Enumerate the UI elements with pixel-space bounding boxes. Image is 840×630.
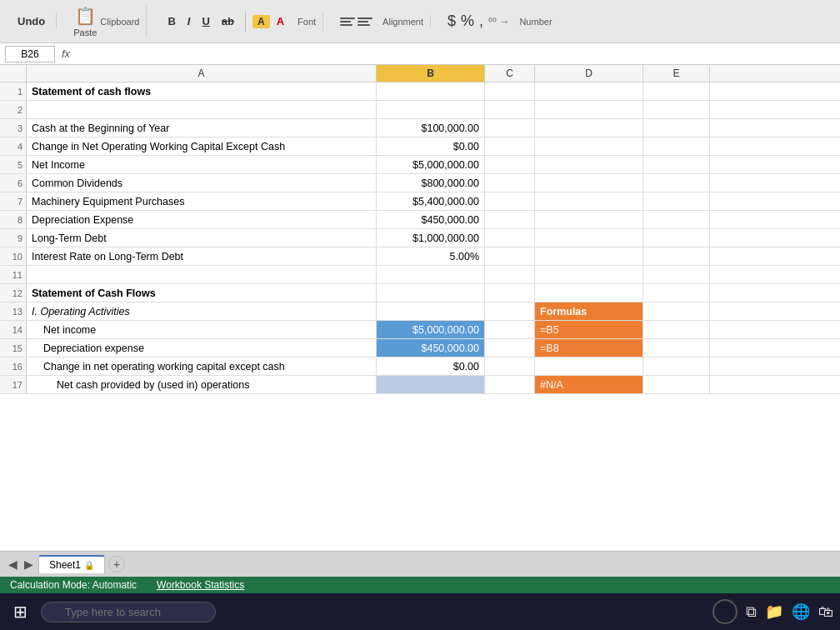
cell-e-15[interactable]	[643, 339, 710, 357]
bold-button[interactable]: B	[163, 13, 179, 29]
cell-b-2[interactable]	[377, 101, 485, 118]
sheet-nav-left[interactable]: ◀	[7, 558, 19, 571]
cell-a-8[interactable]: Depreciation Expense	[27, 211, 377, 228]
cell-c-15[interactable]	[485, 339, 535, 357]
cell-b-5[interactable]: $5,000,000.00	[377, 156, 485, 173]
undo-button[interactable]: Undo	[13, 13, 49, 29]
cell-e-9[interactable]	[643, 229, 710, 247]
dollar-sign[interactable]: $	[448, 12, 456, 30]
cell-a-4[interactable]: Change in Net Operating Working Capital …	[27, 138, 377, 155]
cell-d-1[interactable]	[535, 82, 643, 100]
comma-sign[interactable]: ,	[479, 12, 483, 30]
cell-d-8[interactable]	[535, 211, 643, 228]
cell-e-7[interactable]	[643, 192, 710, 210]
cell-a-10[interactable]: Interest Rate on Long-Term Debt	[27, 248, 377, 265]
cell-d-2[interactable]	[535, 101, 643, 118]
cell-c-12[interactable]	[485, 284, 535, 302]
cell-b-17[interactable]	[377, 376, 485, 393]
col-header-a[interactable]: A	[27, 65, 377, 82]
cell-c-10[interactable]	[485, 248, 535, 265]
cell-d-14[interactable]: =B5	[535, 321, 643, 338]
decimal-up[interactable]: ⁰⁰	[488, 16, 497, 28]
cell-a-13[interactable]: I. Operating Activities	[27, 302, 377, 320]
font-color-button[interactable]: A	[273, 13, 288, 29]
cell-d-10[interactable]	[535, 248, 643, 265]
cell-c-4[interactable]	[485, 138, 535, 155]
cell-d-7[interactable]	[535, 192, 643, 210]
paste-label[interactable]: Paste	[73, 28, 97, 38]
percent-sign[interactable]: %	[461, 12, 474, 30]
cell-a-3[interactable]: Cash at the Beginning of Year	[27, 119, 377, 137]
strikethrough-button[interactable]: ab	[218, 13, 238, 29]
cell-e-12[interactable]	[643, 284, 710, 302]
cell-e-2[interactable]	[643, 101, 710, 118]
sheet-tab-sheet1[interactable]: Sheet1 🔒	[38, 555, 105, 573]
cell-d-5[interactable]	[535, 156, 643, 173]
formula-input[interactable]	[77, 46, 835, 62]
cell-a-1[interactable]: Statement of cash flows	[27, 82, 377, 100]
task-view-icon[interactable]: ⧉	[746, 603, 757, 621]
highlight-button[interactable]: A	[252, 15, 270, 28]
cell-d-6[interactable]	[535, 174, 643, 192]
cell-a-5[interactable]: Net Income	[27, 156, 377, 173]
cell-b-14[interactable]: $5,000,000.00	[377, 321, 485, 338]
cell-c-9[interactable]	[485, 229, 535, 247]
cell-c-17[interactable]	[485, 376, 535, 393]
cell-a-16[interactable]: Change in net operating working capital …	[27, 358, 377, 375]
cell-a-15[interactable]: Depreciation expense	[27, 339, 377, 357]
cell-e-4[interactable]	[643, 138, 710, 155]
cell-b-12[interactable]	[377, 284, 485, 302]
col-header-d[interactable]: D	[535, 65, 643, 82]
folder-icon[interactable]: 📁	[765, 602, 783, 621]
workbook-stats-label[interactable]: Workbook Statistics	[157, 579, 244, 591]
col-header-e[interactable]: E	[643, 65, 710, 82]
cell-a-6[interactable]: Common Dividends	[27, 174, 377, 192]
cell-c-1[interactable]	[485, 82, 535, 100]
cell-b-7[interactable]: $5,400,000.00	[377, 192, 485, 210]
cell-b-6[interactable]: $800,000.00	[377, 174, 485, 192]
cell-e-6[interactable]	[643, 174, 710, 192]
cell-a-2[interactable]	[27, 101, 377, 118]
cell-b-9[interactable]: $1,000,000.00	[377, 229, 485, 247]
cell-e-14[interactable]	[643, 321, 710, 338]
cell-a-11[interactable]	[27, 266, 377, 283]
cell-d-9[interactable]	[535, 229, 643, 247]
cell-b-16[interactable]: $0.00	[377, 358, 485, 375]
cell-c-5[interactable]	[485, 156, 535, 173]
decimal-down[interactable]: →	[499, 16, 509, 28]
cell-reference[interactable]: B26	[5, 46, 55, 62]
cell-e-1[interactable]	[643, 82, 710, 100]
cortana-circle[interactable]	[712, 599, 738, 624]
cell-a-17[interactable]: Net cash provided by (used in) operation…	[27, 376, 377, 393]
align-indent-icon[interactable]	[358, 16, 372, 28]
italic-button[interactable]: I	[183, 13, 195, 29]
cell-d-3[interactable]	[535, 119, 643, 137]
cell-e-3[interactable]	[643, 119, 710, 137]
taskbar-search-input[interactable]	[41, 602, 216, 622]
cell-b-15[interactable]: $450,000.00	[377, 339, 485, 357]
cell-d-17[interactable]: #N/A	[535, 376, 643, 393]
cell-a-12[interactable]: Statement of Cash Flows	[27, 284, 377, 302]
cell-a-9[interactable]: Long-Term Debt	[27, 229, 377, 247]
cell-b-11[interactable]	[377, 266, 485, 283]
cell-d-12[interactable]	[535, 284, 643, 302]
cell-e-5[interactable]	[643, 156, 710, 173]
browser-icon[interactable]: 🌐	[792, 602, 810, 621]
cell-c-11[interactable]	[485, 266, 535, 283]
cell-c-8[interactable]	[485, 211, 535, 228]
store-icon[interactable]: 🛍	[818, 603, 833, 621]
cell-e-13[interactable]	[643, 302, 710, 320]
cell-c-7[interactable]	[485, 192, 535, 210]
cell-b-8[interactable]: $450,000.00	[377, 211, 485, 228]
cell-b-4[interactable]: $0.00	[377, 138, 485, 155]
cell-e-17[interactable]	[643, 376, 710, 393]
start-button[interactable]: ⊞	[7, 598, 34, 625]
underline-button[interactable]: U	[198, 13, 213, 29]
cell-d-15[interactable]: =B8	[535, 339, 643, 357]
cell-b-13[interactable]	[377, 302, 485, 320]
cell-c-13[interactable]	[485, 302, 535, 320]
cell-c-6[interactable]	[485, 174, 535, 192]
cell-c-16[interactable]	[485, 358, 535, 375]
cell-d-13[interactable]: Formulas	[535, 302, 643, 320]
cell-e-10[interactable]	[643, 248, 710, 265]
